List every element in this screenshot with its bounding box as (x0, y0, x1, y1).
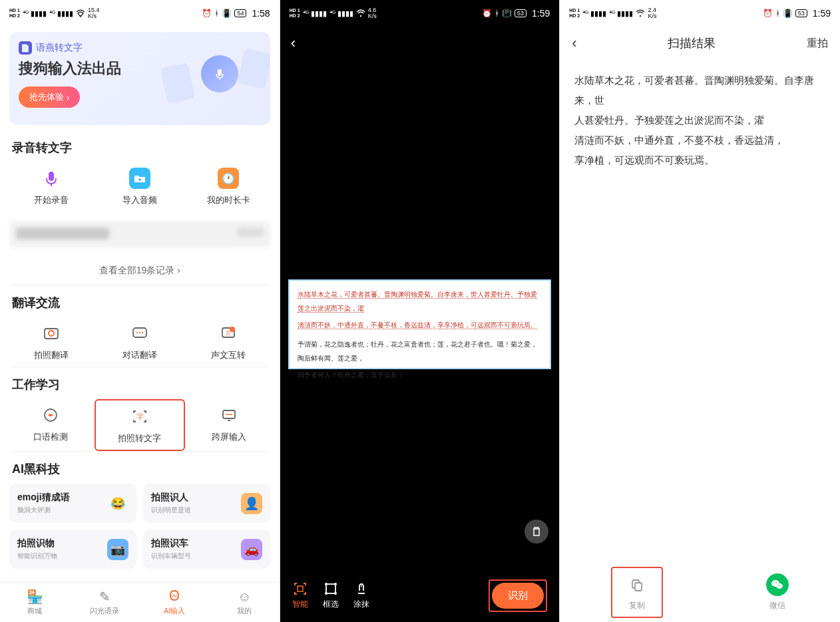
svg-point-32 (776, 582, 777, 583)
wechat-button[interactable]: 微信 (766, 573, 789, 611)
phone-1-ai-input: HD 1HD 2 ⁴ᴳ ▮▮▮▮ ⁴ᴳ ▮▮▮▮ 15.4K/s ⏰ ᚼ 📳 5… (0, 0, 280, 622)
clock: 1:59 (813, 8, 831, 19)
section-title-ai: AI黑科技 (0, 452, 280, 484)
phone-3-scan-result: HD 1HD 2 ⁴ᴳ ▮▮▮▮ ⁴ᴳ ▮▮▮▮ 2.4K/s ⏰ ᚼ 📳 53… (560, 0, 840, 622)
car-icon: 🚗 (241, 539, 262, 560)
signal-icon: ⁴ᴳ ▮▮▮▮ (582, 9, 606, 18)
person-icon: 👤 (241, 493, 262, 514)
battery-indicator: 53 (515, 9, 526, 17)
svg-rect-1 (218, 69, 222, 76)
start-recording[interactable]: 开始录音 (7, 162, 95, 212)
signal-icon-2: ⁴ᴳ ▮▮▮▮ (609, 9, 633, 18)
hd-indicator: HD 1HD 2 (569, 8, 580, 19)
scanned-document-overlay: 水陆草木之花，可爱者甚蕃。晋陶渊明独爱菊。自李唐来，世人甚爱牡丹。予独爱莲之出淤… (288, 279, 552, 369)
bottom-tabbar: 🏪商城 ✎闪光语录 AIAI输入 ☺我的 (0, 582, 280, 622)
photo-identify-person[interactable]: 拍照识人识别明星是谁 👤 (143, 484, 270, 523)
my-time-card[interactable]: 🕐 我的时长卡 (184, 162, 272, 212)
tool-box-select[interactable]: 框选 (323, 581, 339, 610)
promo-banner[interactable]: 📄 语燕转文字 搜狗输入法出品 抢先体验 › (9, 32, 270, 125)
camera-viewport[interactable]: 水陆草木之花，可爱者甚蕃。晋陶渊明独爱菊。自李唐来，世人甚爱牡丹。予独爱莲之出淤… (280, 60, 560, 555)
signal-icon-2: ⁴ᴳ ▮▮▮▮ (329, 9, 353, 18)
camera-toolbar: 智能 框选 涂抹 识别 (280, 569, 560, 622)
tab-quotes[interactable]: ✎闪光语录 (70, 583, 140, 622)
photo-translate[interactable]: 拍照翻译 (7, 317, 95, 367)
speed-indicator: 15.4K/s (88, 7, 100, 19)
svg-rect-19 (298, 586, 303, 591)
recognize-button[interactable]: 识别 (492, 583, 544, 609)
svg-point-23 (325, 592, 327, 595)
retake-button[interactable]: 重拍 (807, 37, 828, 51)
status-bar: HD 1HD 2 ⁴ᴳ ▮▮▮▮ ⁴ᴳ ▮▮▮▮ 2.4K/s ⏰ ᚼ 📳 53… (560, 0, 840, 27)
try-now-button[interactable]: 抢先体验 › (19, 86, 80, 108)
section-title-translate: 翻译交流 (0, 285, 280, 317)
copy-button[interactable]: 复制 (611, 567, 663, 618)
recognize-highlight: 识别 (489, 579, 547, 612)
result-text-area[interactable]: 水陆草木之花，可爱者甚蕃。晋陶渊明独爱菊。自李唐来，世 人甚爱牡丹。予独爱莲之出… (560, 60, 840, 181)
wifi-icon (636, 9, 645, 17)
view-all-records[interactable]: 查看全部19条记录 › (0, 257, 280, 285)
tool-smart[interactable]: 智能 (292, 581, 308, 610)
recording-grid: 开始录音 导入音频 🕐 我的时长卡 (0, 162, 280, 212)
signal-icon: ⁴ᴳ ▮▮▮▮ (23, 9, 47, 18)
section-title-work: 工作学习 (0, 367, 280, 399)
smart-scan-icon (293, 581, 308, 596)
bluetooth-icon: ᚼ (214, 9, 219, 18)
alarm-icon: ⏰ (202, 9, 212, 18)
ai-icon: AI (166, 589, 182, 605)
back-button[interactable]: ‹ (291, 35, 296, 52)
status-bar: HD 1HD 2 ⁴ᴳ ▮▮▮▮ ⁴ᴳ ▮▮▮▮ 15.4K/s ⏰ ᚼ 📳 5… (0, 0, 280, 27)
photo-identify-car[interactable]: 拍照识车识别车辆型号 🚗 (143, 530, 270, 569)
bluetooth-icon: ᚼ (775, 9, 780, 18)
photo-identify-object[interactable]: 拍照识物智能识别万物 📷 (9, 530, 136, 569)
svg-text:AI: AI (172, 593, 178, 599)
result-actions: 复制 微信 (560, 562, 840, 622)
svg-rect-2 (49, 172, 54, 181)
tab-shop[interactable]: 🏪商城 (0, 583, 70, 622)
import-audio[interactable]: 导入音频 (95, 162, 184, 212)
battery-indicator: 54 (234, 9, 246, 17)
photo-to-text[interactable]: 字 拍照转文字 (95, 399, 185, 451)
emoji-idiom[interactable]: emoji猜成语脑洞大评测 😂 (9, 484, 136, 523)
conversation-translate[interactable]: 对话翻译 (95, 317, 184, 367)
wifi-icon (356, 9, 365, 17)
shop-icon: 🏪 (27, 589, 43, 605)
cross-screen-input[interactable]: 跨屏输入 (185, 399, 273, 451)
copy-icon (626, 573, 648, 596)
clock: 1:59 (532, 8, 550, 19)
svg-rect-28 (635, 583, 642, 591)
tool-erase[interactable]: 涂抹 (353, 581, 369, 610)
svg-point-26 (640, 15, 641, 17)
erase-icon (354, 581, 369, 596)
svg-point-21 (325, 583, 327, 585)
wechat-icon (766, 573, 789, 596)
vibrate-icon: 📳 (222, 9, 232, 18)
svg-point-33 (778, 585, 779, 585)
svg-point-25 (361, 585, 362, 587)
banner-graphic (170, 45, 264, 112)
svg-text:字: 字 (136, 412, 143, 420)
logo-icon: 📄 (19, 41, 32, 55)
svg-point-18 (360, 15, 361, 17)
svg-point-30 (776, 583, 783, 589)
svg-point-22 (334, 583, 337, 585)
result-header: ‹ 扫描结果 重拍 (560, 27, 840, 60)
speech-test[interactable]: 口语检测 (7, 399, 95, 451)
svg-point-31 (773, 582, 775, 583)
svg-point-11 (230, 327, 235, 332)
translate-grid: 拍照翻译 对话翻译 文 声文互转 (0, 317, 280, 367)
tab-profile[interactable]: ☺我的 (210, 583, 280, 622)
back-button[interactable]: ‹ (572, 35, 576, 52)
page-title: 扫描结果 (668, 35, 716, 51)
blurred-record (9, 221, 270, 247)
delete-button[interactable] (525, 520, 548, 544)
work-grid: 口语检测 字 拍照转文字 跨屏输入 (0, 399, 280, 451)
camera-header: ‹ (280, 27, 560, 60)
tab-ai-input[interactable]: AIAI输入 (140, 583, 210, 622)
vibrate-icon: 📳 (502, 9, 512, 18)
ai-cards-row2: 拍照识物智能识别万物 📷 拍照识车识别车辆型号 🚗 (0, 530, 280, 569)
svg-point-24 (334, 592, 337, 595)
voice-text-convert[interactable]: 文 声文互转 (184, 317, 272, 367)
status-bar: HD 1HD 2 ⁴ᴳ ▮▮▮▮ ⁴ᴳ ▮▮▮▮ 4.6K/s ⏰ ᚼ 📳 53… (280, 0, 560, 27)
svg-rect-20 (326, 584, 335, 593)
trash-icon (530, 526, 542, 538)
